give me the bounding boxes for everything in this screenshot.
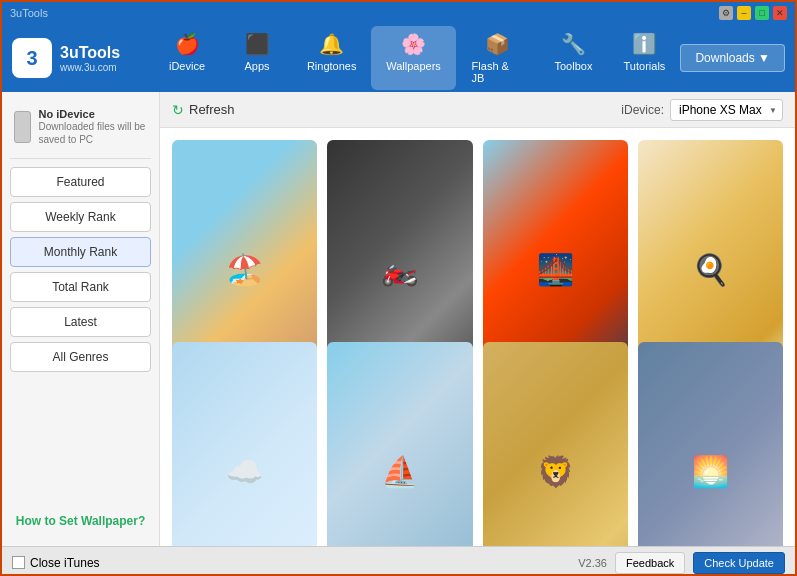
app-subtitle: www.3u.com <box>60 62 120 73</box>
tab-apps[interactable]: ⬛ Apps <box>222 26 292 90</box>
wallpaper-grid: P1 <box>160 128 795 546</box>
title-bar-icons: ⚙ – □ ✕ <box>719 6 787 20</box>
flash-jb-icon: 📦 <box>485 32 510 56</box>
wallpapers-icon: 🌸 <box>401 32 426 56</box>
tab-ringtones-label: Ringtones <box>307 60 357 72</box>
check-update-button[interactable]: Check Update <box>693 552 785 574</box>
toolbox-icon: 🔧 <box>561 32 586 56</box>
device-select-wrapper[interactable]: iPhone XS Max <box>670 99 783 121</box>
device-sub: Downloaded files will be saved to PC <box>39 120 147 146</box>
title-bar-left: 3uTools <box>10 7 48 19</box>
tab-flash-jb[interactable]: 📦 Flash & JB <box>456 26 539 90</box>
feedback-button[interactable]: Feedback <box>615 552 685 574</box>
main-area: No iDevice Downloaded files will be save… <box>2 92 795 546</box>
version-label: V2.36 <box>578 557 607 569</box>
wallpaper-item[interactable] <box>172 342 317 546</box>
device-name: No iDevice <box>39 108 147 120</box>
wallpaper-item[interactable] <box>483 342 628 546</box>
tab-idevice-label: iDevice <box>169 60 205 72</box>
tab-toolbox-label: Toolbox <box>555 60 593 72</box>
sidebar-featured-button[interactable]: Featured <box>10 167 151 197</box>
header: 3 3uTools www.3u.com 🍎 iDevice ⬛ Apps 🔔 … <box>2 24 795 92</box>
maximize-button[interactable]: □ <box>755 6 769 20</box>
nav-tabs: 🍎 iDevice ⬛ Apps 🔔 Ringtones 🌸 Wallpaper… <box>152 26 680 90</box>
device-select-dropdown[interactable]: iPhone XS Max <box>670 99 783 121</box>
device-select-label: iDevice: <box>621 103 664 117</box>
tab-tutorials[interactable]: ℹ️ Tutorials <box>608 26 680 90</box>
close-itunes-checkbox[interactable] <box>12 556 25 569</box>
sidebar-weekly-rank-button[interactable]: Weekly Rank <box>10 202 151 232</box>
content-toolbar: ↻ Refresh iDevice: iPhone XS Max <box>160 92 795 128</box>
device-info: No iDevice Downloaded files will be save… <box>10 102 151 159</box>
apps-icon: ⬛ <box>245 32 270 56</box>
tab-tutorials-label: Tutorials <box>624 60 666 72</box>
device-icon <box>14 111 31 143</box>
close-button[interactable]: ✕ <box>773 6 787 20</box>
close-itunes-label: Close iTunes <box>30 556 100 570</box>
tab-wallpapers[interactable]: 🌸 Wallpapers <box>371 26 455 90</box>
how-to-link[interactable]: How to Set Wallpaper? <box>10 506 151 536</box>
sidebar-monthly-rank-button[interactable]: Monthly Rank <box>10 237 151 267</box>
app-title: 3uTools <box>60 44 120 62</box>
tab-flash-jb-label: Flash & JB <box>472 60 523 84</box>
minimize-button[interactable]: – <box>737 6 751 20</box>
sidebar-total-rank-button[interactable]: Total Rank <box>10 272 151 302</box>
idevice-icon: 🍎 <box>175 32 200 56</box>
status-bar: Close iTunes V2.36 Feedback Check Update <box>2 546 795 576</box>
device-text: No iDevice Downloaded files will be save… <box>39 108 147 146</box>
status-right: V2.36 Feedback Check Update <box>578 552 785 574</box>
ringtones-icon: 🔔 <box>319 32 344 56</box>
refresh-label: Refresh <box>189 102 235 117</box>
title-bar-text: 3uTools <box>10 7 48 19</box>
downloads-button[interactable]: Downloads ▼ <box>680 44 785 72</box>
wallpaper-item[interactable] <box>327 342 472 546</box>
tab-idevice[interactable]: 🍎 iDevice <box>152 26 222 90</box>
logo-area: 3 3uTools www.3u.com <box>12 38 152 78</box>
title-bar: 3uTools ⚙ – □ ✕ <box>2 2 795 24</box>
tab-toolbox[interactable]: 🔧 Toolbox <box>538 26 608 90</box>
logo-icon: 3 <box>12 38 52 78</box>
content-area: ↻ Refresh iDevice: iPhone XS Max <box>160 92 795 546</box>
refresh-button[interactable]: ↻ Refresh <box>172 102 235 118</box>
sidebar-latest-button[interactable]: Latest <box>10 307 151 337</box>
tab-ringtones[interactable]: 🔔 Ringtones <box>292 26 371 90</box>
sidebar-all-genres-button[interactable]: All Genres <box>10 342 151 372</box>
device-select-area: iDevice: iPhone XS Max <box>621 99 783 121</box>
wallpaper-item[interactable]: P1 <box>638 342 783 546</box>
tab-apps-label: Apps <box>244 60 269 72</box>
tab-wallpapers-label: Wallpapers <box>386 60 441 72</box>
logo-text: 3uTools www.3u.com <box>60 44 120 73</box>
sidebar: No iDevice Downloaded files will be save… <box>2 92 160 546</box>
close-itunes-area[interactable]: Close iTunes <box>12 556 100 570</box>
tutorials-icon: ℹ️ <box>632 32 657 56</box>
settings-icon[interactable]: ⚙ <box>719 6 733 20</box>
refresh-icon: ↻ <box>172 102 184 118</box>
